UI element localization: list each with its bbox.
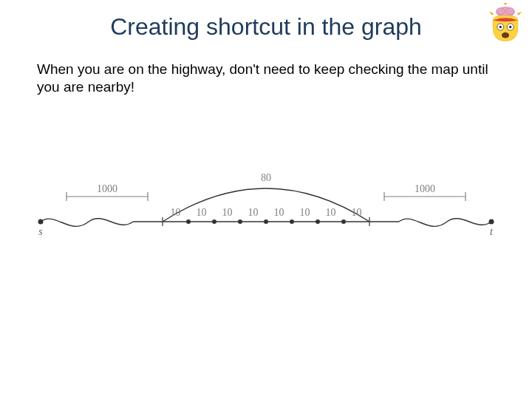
svg-text:10: 10 (171, 207, 181, 218)
svg-text:10: 10 (326, 207, 336, 218)
svg-point-12 (489, 219, 494, 225)
svg-marker-4 (517, 11, 522, 16)
right-span-bracket: 1000 (384, 183, 466, 201)
svg-point-26 (290, 219, 294, 224)
svg-point-28 (341, 219, 346, 224)
svg-point-25 (264, 219, 268, 224)
arc-label: 80 (261, 172, 271, 183)
left-node-label: s (38, 226, 43, 237)
svg-point-23 (212, 219, 216, 224)
left-span-bracket: 1000 (66, 183, 148, 201)
svg-point-9 (509, 26, 511, 28)
right-span-label: 1000 (415, 183, 435, 194)
body-text: When you are on the highway, don't need … (37, 61, 495, 96)
svg-point-2 (506, 8, 514, 15)
highway-graph-diagram: 1000 1000 80 (37, 148, 495, 266)
svg-point-27 (316, 219, 320, 224)
svg-marker-3 (489, 11, 494, 16)
svg-text:10: 10 (197, 207, 207, 218)
left-span-label: 1000 (97, 183, 117, 194)
svg-point-24 (238, 219, 242, 224)
right-node-label: t (490, 226, 494, 237)
svg-point-22 (186, 219, 191, 224)
slide: Creating shortcut in the graph When you … (0, 0, 532, 399)
page-title: Creating shortcut in the graph (0, 13, 532, 41)
svg-text:10: 10 (274, 207, 284, 218)
svg-point-1 (497, 8, 505, 15)
svg-point-11 (38, 219, 44, 225)
exploding-head-icon (485, 3, 526, 44)
svg-point-10 (502, 33, 509, 38)
svg-text:10: 10 (248, 207, 259, 218)
svg-text:10: 10 (300, 207, 310, 218)
segment-labels: 10 10 10 10 10 10 10 10 (171, 207, 362, 218)
svg-marker-5 (504, 3, 507, 5)
svg-point-8 (499, 26, 502, 28)
svg-text:10: 10 (352, 207, 362, 218)
svg-text:10: 10 (222, 207, 233, 218)
